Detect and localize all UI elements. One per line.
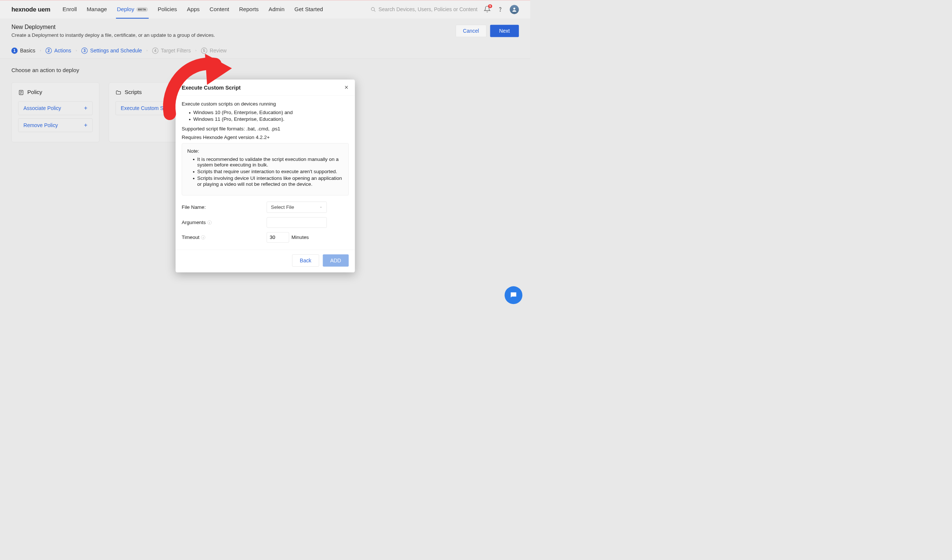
- modal-intro: Execute custom scripts on devices runnin…: [182, 101, 349, 107]
- search-icon: [371, 7, 376, 12]
- nav-policies[interactable]: Policies: [157, 0, 178, 19]
- remove-policy-action[interactable]: Remove Policy+: [18, 119, 93, 132]
- execute-script-modal: Execute Custom Script Execute custom scr…: [175, 80, 355, 272]
- step-basics[interactable]: 1Basics: [12, 48, 35, 54]
- chevron-right-icon: ›: [40, 49, 41, 52]
- nav-get-started[interactable]: Get Started: [294, 0, 324, 19]
- close-icon: [344, 85, 348, 89]
- modal-title: Execute Custom Script: [182, 84, 241, 91]
- notifications-button[interactable]: 5: [484, 6, 491, 13]
- policy-card-title: Policy: [18, 89, 93, 96]
- avatar-icon: [512, 7, 518, 12]
- policy-icon: [18, 89, 24, 96]
- modal-header: Execute Custom Script: [175, 80, 355, 96]
- file-select-dropdown[interactable]: Select File: [267, 202, 327, 213]
- notification-count-badge: 5: [488, 4, 492, 8]
- content-heading: Choose an action to deploy: [12, 67, 519, 74]
- subheader-actions: Cancel Next: [456, 25, 519, 37]
- note-label: Note:: [187, 148, 343, 154]
- caret-down-icon: [319, 206, 322, 209]
- next-button[interactable]: Next: [490, 25, 519, 37]
- step-review: 5Review: [201, 48, 227, 54]
- timeout-row: Timeout i Minutes: [182, 232, 349, 243]
- nav-content[interactable]: Content: [209, 0, 230, 19]
- info-icon[interactable]: i: [201, 235, 205, 239]
- cancel-button[interactable]: Cancel: [456, 25, 486, 37]
- step-actions[interactable]: 2Actions: [46, 48, 71, 54]
- modal-close-button[interactable]: [344, 85, 348, 90]
- note-box: Note: It is recommended to validate the …: [182, 143, 349, 195]
- search-placeholder: Search Devices, Users, Policies or Conte…: [379, 6, 477, 12]
- topbar-right: Search Devices, Users, Policies or Conte…: [371, 5, 519, 14]
- nav-apps[interactable]: Apps: [186, 0, 201, 19]
- chevron-right-icon: ›: [195, 49, 196, 52]
- page-desc: Create a Deployment to instantly deploy …: [12, 32, 215, 38]
- topbar: hexnode uem Enroll Manage Deploy BETA Po…: [0, 0, 530, 19]
- timeout-label: Timeout i: [182, 234, 267, 241]
- file-name-row: File Name: Select File: [182, 202, 349, 213]
- associate-policy-action[interactable]: Associate Policy+: [18, 102, 93, 115]
- chevron-right-icon: ›: [147, 49, 148, 52]
- info-icon[interactable]: i: [207, 221, 212, 224]
- beta-badge: BETA: [136, 7, 148, 12]
- subheader-titles: New Deployment Create a Deployment to in…: [12, 24, 215, 38]
- help-button[interactable]: [497, 6, 504, 13]
- nav-manage[interactable]: Manage: [86, 0, 108, 19]
- policy-card: Policy Associate Policy+ Remove Policy+: [12, 82, 100, 142]
- user-avatar[interactable]: [510, 5, 519, 14]
- svg-line-1: [374, 10, 376, 12]
- nav-admin[interactable]: Admin: [267, 0, 285, 19]
- help-icon: [497, 6, 504, 12]
- chevron-right-icon: ›: [76, 49, 77, 52]
- main-nav: Enroll Manage Deploy BETA Policies Apps …: [62, 0, 324, 19]
- add-button[interactable]: ADD: [323, 255, 349, 267]
- file-name-label: File Name:: [182, 204, 267, 210]
- plus-icon: +: [84, 122, 87, 128]
- plus-icon: +: [84, 105, 87, 111]
- nav-reports[interactable]: Reports: [238, 0, 260, 19]
- folder-icon: [116, 89, 122, 96]
- agent-version: Requires Hexnode Agent version 4.2.2+: [182, 134, 349, 140]
- arguments-row: Arguments i: [182, 218, 349, 228]
- timeout-unit: Minutes: [291, 234, 309, 241]
- supported-formats: Supported script file formats: .bat, .cm…: [182, 126, 349, 132]
- chat-icon: [509, 291, 518, 299]
- page-title: New Deployment: [12, 24, 215, 31]
- nav-enroll[interactable]: Enroll: [62, 0, 78, 19]
- step-target-filters: 4Target Filters: [152, 48, 191, 54]
- back-button[interactable]: Back: [292, 255, 319, 267]
- os-list: Windows 10 (Pro, Enterprise, Education) …: [182, 110, 349, 122]
- nav-deploy[interactable]: Deploy BETA: [116, 0, 149, 19]
- nav-deploy-label: Deploy: [117, 6, 134, 12]
- arguments-label: Arguments i: [182, 220, 267, 225]
- global-search[interactable]: Search Devices, Users, Policies or Conte…: [371, 6, 477, 12]
- step-settings[interactable]: 3Settings and Schedule: [81, 48, 142, 54]
- note-list: It is recommended to validate the script…: [187, 156, 343, 187]
- brand-logo: hexnode uem: [4, 6, 50, 13]
- arguments-input[interactable]: [267, 218, 327, 228]
- svg-point-0: [371, 8, 374, 11]
- wizard-steps: 1Basics › 2Actions › 3Settings and Sched…: [0, 43, 530, 59]
- modal-footer: Back ADD: [175, 250, 355, 272]
- chat-widget-button[interactable]: [504, 286, 522, 304]
- page-subheader: New Deployment Create a Deployment to in…: [0, 19, 530, 43]
- timeout-input[interactable]: [267, 232, 289, 243]
- svg-point-2: [500, 11, 500, 11]
- svg-point-3: [513, 8, 515, 9]
- modal-body: Execute custom scripts on devices runnin…: [175, 96, 355, 249]
